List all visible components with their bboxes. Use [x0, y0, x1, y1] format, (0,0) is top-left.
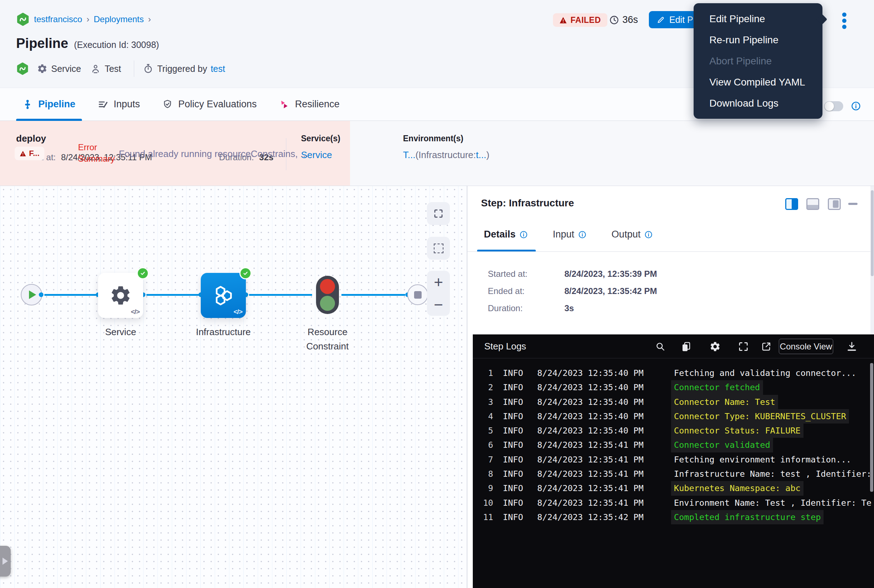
user-icon [90, 63, 101, 74]
tab-details-label: Details [484, 229, 516, 240]
log-settings-gear-icon[interactable] [709, 341, 721, 352]
detail-started-at: Started at: 8/24/2023, 12:35:39 PM [488, 269, 528, 279]
test-meta-label: Test [104, 64, 121, 74]
breadcrumb-chevron-icon: › [148, 14, 151, 24]
panel-scrollbar[interactable] [870, 186, 874, 334]
log-lines[interactable]: 1INFO8/24/2023 12:35:40 PMFetching and v… [473, 366, 874, 524]
download-logs-icon[interactable] [846, 341, 857, 352]
stage-summary-bar: deploy Started at: 8/24/2023, 12:35:11 P… [0, 121, 874, 186]
log-line: 11INFO8/24/2023 12:35:42 PMCompleted inf… [473, 510, 874, 524]
marquee-selection-icon [434, 244, 444, 253]
port [39, 292, 44, 297]
more-options-kebab-icon[interactable] [842, 12, 847, 29]
breadcrumb-project-link[interactable]: testfrancisco [34, 14, 82, 24]
console-view-button[interactable]: Console View [779, 339, 833, 354]
step-logs-title: Step Logs [484, 341, 526, 352]
breadcrumb-deployments-link[interactable]: Deployments [94, 14, 144, 24]
pipeline-execution-page: testfrancisco › Deployments › Pipeline (… [0, 0, 874, 588]
node-infrastructure[interactable]: </> [201, 273, 246, 318]
log-scrollbar[interactable] [870, 363, 873, 492]
detail-ended-at: Ended at: 8/24/2023, 12:35:42 PM [488, 286, 525, 296]
step-logs-panel: Step Logs [473, 334, 874, 588]
services-label: Service(s) [301, 134, 340, 143]
info-icon [519, 230, 528, 239]
divider [134, 60, 134, 77]
log-line: 9INFO8/24/2023 12:35:41 PMKubernetes Nam… [473, 481, 874, 495]
tab-policy-evaluations[interactable]: Policy Evaluations [162, 99, 257, 110]
log-line: 1INFO8/24/2023 12:35:40 PMFetching and v… [473, 366, 874, 380]
node-resource-constraint[interactable] [316, 276, 339, 314]
info-icon [578, 230, 587, 239]
tab-output[interactable]: Output [612, 229, 653, 240]
tab-resilience-label: Resilience [295, 99, 340, 110]
layout-right-panel-icon[interactable] [828, 198, 841, 210]
expand-logs-icon[interactable] [738, 341, 749, 352]
minimize-panel-icon[interactable] [848, 203, 857, 205]
tab-inputs[interactable]: Inputs [98, 99, 140, 110]
node-infrastructure-label: Infrastructure [191, 325, 255, 339]
layout-horizontal-split-icon[interactable] [806, 198, 819, 210]
menu-item-re-run-pipeline[interactable]: Re-run Pipeline [693, 29, 823, 50]
copy-icon[interactable] [680, 341, 692, 352]
warning-triangle-icon [20, 151, 26, 157]
canvas-select-button[interactable] [427, 237, 450, 260]
stopwatch-icon [143, 63, 153, 74]
gear-icon [109, 284, 132, 307]
fullscreen-icon [433, 208, 444, 219]
error-summary-message: Found already running resourceConstrains… [119, 148, 308, 159]
tab-policy-evaluations-label: Policy Evaluations [178, 99, 257, 110]
zoom-in-button[interactable]: + [434, 274, 443, 290]
menu-item-edit-pipeline[interactable]: Edit Pipeline [693, 8, 823, 29]
tab-output-label: Output [612, 229, 641, 240]
tab-resilience[interactable]: Resilience [279, 99, 340, 110]
status-badge: FAILED [553, 13, 607, 27]
pipeline-graph-canvas[interactable]: </> Service </> Infrastructure Resource … [0, 186, 467, 588]
shield-check-icon [162, 99, 173, 110]
tab-input[interactable]: Input [553, 229, 587, 240]
step-panel-title: Step: Infrastructure [481, 197, 574, 209]
play-icon [29, 290, 36, 299]
triggered-by-user-link[interactable]: test [211, 64, 225, 74]
tab-details[interactable]: Details [484, 229, 528, 240]
step-logs-toolbar: Step Logs [473, 334, 874, 358]
zoom-out-button[interactable]: − [434, 297, 443, 313]
harness-logo-icon [16, 12, 30, 27]
execution-id: (Execution Id: 30098) [74, 40, 159, 50]
infrastructure-link[interactable]: t... [476, 150, 486, 160]
node-service[interactable]: </> [98, 273, 143, 318]
status-badge-label: FAILED [570, 15, 601, 25]
gear-icon [37, 63, 48, 74]
open-external-icon[interactable] [761, 341, 772, 352]
pipeline-actions-menu: Edit PipelineRe-run PipelineAbort Pipeli… [693, 3, 823, 119]
end-node[interactable] [407, 284, 428, 305]
search-icon[interactable] [654, 341, 666, 352]
view-toggle[interactable] [824, 101, 843, 111]
tab-pipeline-label: Pipeline [38, 99, 75, 110]
pencil-icon [657, 16, 665, 24]
hexagons-icon [212, 284, 235, 307]
menu-item-view-compiled-yaml[interactable]: View Compiled YAML [693, 72, 823, 93]
log-line: 2INFO8/24/2023 12:35:40 PMConnector fetc… [473, 380, 874, 394]
info-icon[interactable] [851, 101, 861, 111]
edge-start-to-service [44, 294, 96, 296]
collapsed-panel-handle[interactable] [0, 546, 11, 576]
triggered-by-label: Triggered by [157, 64, 207, 74]
layout-vertical-split-icon[interactable] [785, 198, 798, 210]
page-title: Pipeline [16, 36, 68, 51]
breadcrumb-chevron-icon: › [87, 14, 89, 24]
step-panel-tabs: Details Input Output [484, 229, 653, 240]
pipeline-tab-icon [22, 99, 33, 110]
tab-pipeline[interactable]: Pipeline [22, 99, 75, 110]
harness-logo-icon [16, 62, 29, 75]
canvas-fullscreen-button[interactable] [427, 202, 450, 225]
environment-link[interactable]: T... [403, 150, 415, 160]
menu-item-download-logs[interactable]: Download Logs [693, 93, 823, 114]
detail-duration: Duration: 3s [488, 303, 522, 314]
edge-service-to-infrastructure [146, 294, 199, 296]
environments-value[interactable]: T...(Infrastructure:t...) [403, 150, 489, 160]
error-status-badge: F... [15, 147, 44, 160]
traffic-red-light [320, 279, 335, 294]
environments-label: Environment(s) [403, 134, 463, 143]
edge-constraint-to-end [341, 294, 405, 296]
stage-name[interactable]: deploy [16, 133, 46, 144]
